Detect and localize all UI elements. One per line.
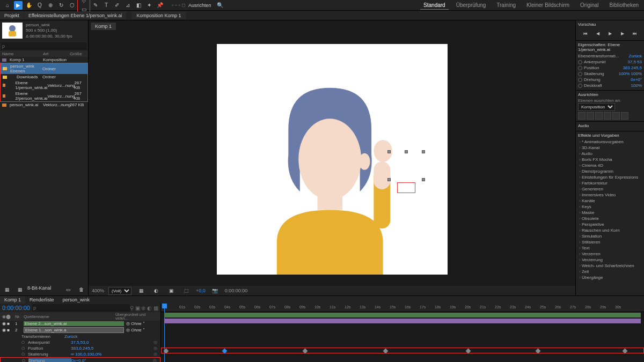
next-frame-icon[interactable]: ▶ [618, 29, 627, 38]
keyframe-5[interactable] [535, 349, 540, 354]
handle-tl[interactable] [387, 150, 391, 153]
bpc-icon[interactable]: ▦ [16, 285, 24, 294]
fx-weich-und-scharfzeichnen[interactable]: Weich- und Scharfzeichnen [578, 263, 642, 269]
fx--animationsvorgaben[interactable]: * Animationsvorgaben [578, 139, 642, 145]
puppet-tool[interactable]: 📌 [156, 1, 164, 10]
layer-2[interactable]: ◉ ■2Ebene 1...son_wink.a◎ Ohne ˅ [0, 327, 160, 334]
tl-tab-comp[interactable]: Komp 1 [0, 296, 25, 304]
tl-tab-render[interactable]: Renderliste [25, 296, 58, 304]
fx-rauschen-und-korn[interactable]: Rauschen und Korn [578, 227, 642, 233]
fx-farbkorrektur[interactable]: Farbkorrektur [578, 180, 642, 186]
ws-small[interactable]: Kleiner Bildschirm [523, 1, 573, 10]
item-layer2[interactable]: Ebene 2/person_wink.aiVektorz...nung267 … [1, 91, 87, 101]
zoom-level[interactable]: 400% [92, 288, 104, 293]
ws-libs[interactable]: Bibliotheken [606, 1, 642, 10]
stamp-tool[interactable]: ⊿ [123, 1, 132, 10]
prop-ankerpunkt[interactable]: Ankerpunkt37,5 53 [578, 59, 642, 65]
bit-depth[interactable]: 8-Bit-Kanal [27, 285, 52, 294]
first-frame-icon[interactable]: ⏮ [581, 29, 590, 38]
keyframe-1[interactable] [222, 349, 227, 354]
prop-position[interactable]: Position383 245,5 [578, 65, 642, 71]
fx-cinema-4d[interactable]: Cinema 4D [578, 162, 642, 168]
mask-icon[interactable]: ◐ [152, 286, 160, 295]
home-icon[interactable]: ⌂ [3, 1, 12, 10]
selection-tool[interactable]: ▶ [14, 1, 23, 10]
tl-prop-skalierung[interactable]: ÖSkalierung∞ 100,0,100,0%◎ [0, 351, 160, 357]
prop-drehung[interactable]: Drehung0x+0° [578, 77, 642, 83]
layer-1[interactable]: ◉ ■1Ebene 2...son_wink.ai◎ Ohne ˅ [0, 321, 160, 327]
item-ai-file[interactable]: person_wink.aiVektorz...nung267 KB [0, 102, 88, 108]
fx--berg-nge[interactable]: Übergänge [578, 275, 642, 280]
orbit-tool[interactable]: ⊕ [46, 1, 55, 10]
keyframe-2[interactable] [302, 349, 308, 354]
item-downloads[interactable]: DownloadsOrdner [1, 74, 87, 80]
ws-training[interactable]: Training [493, 1, 519, 10]
align-left[interactable] [578, 112, 586, 120]
item-layers-folder[interactable]: person_wink EbenenOrdner [1, 63, 87, 74]
timeline-search[interactable] [32, 304, 130, 312]
keyframe-row-rotation[interactable] [161, 348, 644, 353]
fx-maske[interactable]: Maske [578, 210, 642, 216]
snapshot-icon[interactable]: 📷 [211, 286, 219, 295]
brush-tool[interactable]: ✐ [113, 1, 121, 10]
fx-boris-fx-mocha[interactable]: Boris FX Mocha [578, 157, 642, 162]
prev-frame-icon[interactable]: ◀ [594, 29, 602, 38]
timeline-tracks[interactable]: 01s02s03s04s05s06s07s08s09s10s11s12s13s1… [161, 304, 644, 362]
fx-kan-le[interactable]: Kanäle [578, 198, 642, 204]
time-ruler[interactable]: 01s02s03s04s05s06s07s08s09s10s11s12s13s1… [161, 304, 644, 312]
fx-stilisieren[interactable]: Stilisieren [578, 239, 642, 245]
rotate-tool[interactable]: ↻ [57, 1, 65, 10]
alpha-icon[interactable]: ⬚ [182, 286, 191, 295]
fx-dienstprogramm[interactable]: Dienstprogramm [578, 168, 642, 174]
project-search[interactable] [1, 42, 87, 50]
hand-tool[interactable]: ✋ [25, 1, 33, 10]
align-label[interactable]: Ausrichten [188, 3, 211, 8]
align-hc[interactable] [587, 112, 594, 120]
prop-skalierung[interactable]: Skalierung100% 100% [578, 71, 642, 77]
tl-prop-position[interactable]: ÖPosition383,0,245,5◎ [0, 345, 160, 351]
last-frame-icon[interactable]: ⏭ [631, 29, 639, 38]
keyframe-0[interactable] [163, 349, 169, 354]
track-bar-1[interactable] [164, 313, 641, 317]
zoom-tool[interactable]: Q [35, 1, 44, 10]
anchor-tool[interactable]: ⊹ [79, 0, 88, 5]
fx-text[interactable]: Text [578, 245, 642, 251]
handle-tr[interactable] [422, 150, 425, 153]
fx-3d-kanal[interactable]: 3D-Kanal [578, 145, 642, 151]
tl-tab-footage[interactable]: person_wink [58, 296, 94, 304]
pen-tool[interactable]: ✎ [91, 1, 100, 10]
play-icon[interactable]: ▶ [606, 29, 614, 38]
tab-project[interactable]: Projekt [0, 12, 24, 19]
handle-ml[interactable] [387, 178, 391, 181]
fx-perspektive[interactable]: Perspektive [578, 221, 642, 227]
keyframe-6[interactable] [623, 349, 628, 354]
viewer-comp-tab[interactable]: Komp 1 [91, 23, 116, 30]
fx-verzerrung[interactable]: Verzerrung [578, 257, 642, 263]
ws-review[interactable]: Überprüfung [453, 1, 489, 10]
align-vc[interactable] [612, 112, 620, 120]
viewer-timecode[interactable]: 0:00:00:00 [225, 288, 248, 293]
roi-icon[interactable]: ▣ [167, 286, 175, 295]
track-bar-2[interactable] [164, 319, 641, 323]
fx-simulation[interactable]: Simulation [578, 233, 642, 239]
fx-verzerren[interactable]: Verzerren [578, 251, 642, 257]
item-layer1[interactable]: Ebene 1/person_wink.aiVektorz...nung267 … [1, 80, 87, 91]
new-folder-icon[interactable]: ▭ [64, 285, 72, 294]
item-komp1[interactable]: Komp 1Komposition [0, 57, 88, 63]
canvas-area[interactable] [89, 32, 575, 286]
camera-tool[interactable]: ⬡ [68, 1, 76, 10]
align-bottom[interactable] [621, 112, 628, 120]
tl-prop-ankerpunkt[interactable]: ÖAnkerpunkt37,5,53,0◎ [0, 339, 160, 345]
fx-generieren[interactable]: Generieren [578, 186, 642, 192]
fx-obsolete[interactable]: Obsolete [578, 216, 642, 221]
prop-deckkraft[interactable]: Deckkraft100% [578, 83, 642, 88]
fx-zeit[interactable]: Zeit [578, 269, 642, 275]
handle-mr[interactable] [422, 178, 425, 181]
grid-icon[interactable]: ▦ [137, 286, 145, 295]
resolution-select[interactable]: (Voll) [108, 287, 131, 295]
fx-audio[interactable]: Audio [578, 151, 642, 157]
keyframe-3[interactable] [383, 349, 388, 354]
roto-tool[interactable]: ✦ [145, 1, 153, 10]
type-tool[interactable]: T [102, 1, 111, 10]
tl-prop-drehung[interactable]: ÖDrehung0x+0,0°◎ [0, 357, 160, 362]
